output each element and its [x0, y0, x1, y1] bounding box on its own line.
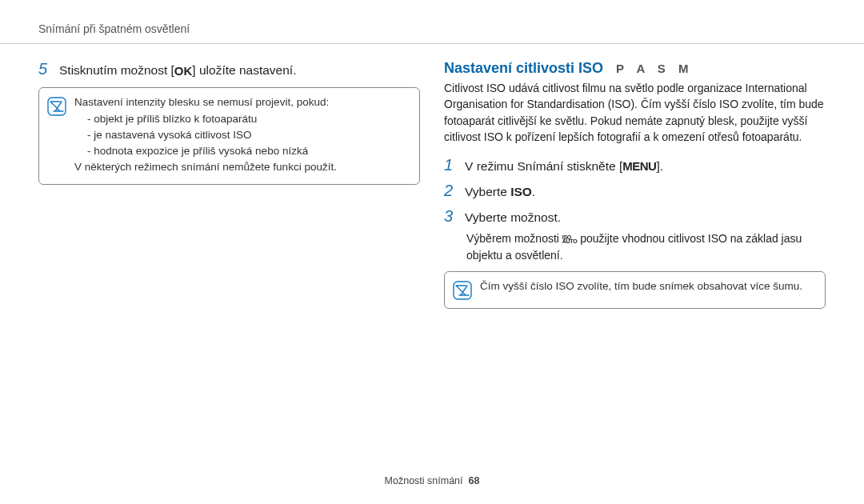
svg-rect-1: [454, 282, 471, 299]
right-column: Nastavení citlivosti ISO P A S M Citlivo…: [444, 60, 826, 309]
content-columns: 5 Stisknutím možnost [OK] uložíte nastav…: [0, 44, 864, 309]
iso-auto-icon: ISOAUTO: [562, 235, 578, 243]
note-icon: [453, 281, 472, 300]
step-5-text-before: Stisknutím možnost [: [59, 63, 174, 77]
step-number: 5: [38, 60, 51, 78]
note-content: Nastavení intenzity blesku se nemusí pro…: [74, 94, 337, 175]
step-3: 3 Vyberte možnost.: [444, 207, 826, 226]
step-2-before: Vyberte: [465, 185, 510, 198]
step-3-text: Vyberte možnost.: [465, 207, 561, 226]
step-1-text: V režimu Snímání stiskněte [MENU].: [465, 156, 663, 175]
intro-paragraph: Citlivost ISO udává citlivost filmu na s…: [444, 80, 826, 145]
ok-icon: OK: [174, 62, 193, 79]
step-2: 2 Vyberte ISO.: [444, 182, 826, 201]
note-box-iso: Čím vyšší číslo ISO zvolíte, tím bude sn…: [444, 271, 826, 309]
iso-auto-bot: AUTO: [562, 238, 578, 244]
section-title: Nastavení citlivosti ISO: [444, 60, 603, 77]
step-2-bold: ISO: [510, 185, 532, 198]
svg-rect-0: [48, 98, 66, 115]
step-2-text: Vyberte ISO.: [465, 182, 535, 201]
page-header-title: Snímání při špatném osvětlení: [38, 22, 190, 35]
note-box-flash: Nastavení intenzity blesku se nemusí pro…: [38, 87, 420, 184]
footer-page-number: 68: [469, 475, 480, 486]
note-icon: [47, 97, 66, 116]
step-2-after: .: [532, 185, 535, 198]
left-column: 5 Stisknutím možnost [OK] uložíte nastav…: [38, 60, 420, 309]
substep-before: Výběrem možnosti: [466, 232, 562, 245]
step-5: 5 Stisknutím možnost [OK] uložíte nastav…: [38, 60, 420, 79]
menu-icon: MENU: [622, 158, 656, 174]
footer-section: Možnosti snímání: [385, 475, 463, 486]
note-line1: Nastavení intenzity blesku se nemusí pro…: [74, 94, 337, 110]
note-line2: V některých režimech snímání nemůžete fu…: [74, 159, 337, 175]
step-number: 2: [444, 182, 457, 200]
step-5-text: Stisknutím možnost [OK] uložíte nastaven…: [59, 60, 296, 79]
note-bullet-3: hodnota expozice je příliš vysoká nebo n…: [87, 143, 337, 159]
step-number: 1: [444, 156, 457, 174]
step-number: 3: [444, 207, 457, 226]
step-1-before: V režimu Snímání stiskněte [: [465, 159, 622, 173]
page-footer: Možnosti snímání 68: [0, 475, 864, 486]
mode-letters: P A S M: [616, 62, 693, 75]
step-5-text-after: ] uložíte nastavení.: [192, 63, 296, 77]
note-bullet-2: je nastavená vysoká citlivost ISO: [87, 127, 337, 143]
step-1-after: ].: [656, 159, 663, 173]
step-1: 1 V režimu Snímání stiskněte [MENU].: [444, 156, 826, 175]
note-bullets: objekt je příliš blízko k fotoaparátu je…: [74, 111, 337, 160]
step-3-substep: Výběrem možnosti ISOAUTO použijte vhodno…: [444, 230, 826, 263]
note-content-iso: Čím vyšší číslo ISO zvolíte, tím bude sn…: [480, 278, 802, 294]
page-header: Snímání při špatném osvětlení: [0, 0, 864, 44]
note-bullet-1: objekt je příliš blízko k fotoaparátu: [87, 111, 337, 127]
section-title-row: Nastavení citlivosti ISO P A S M: [444, 60, 826, 77]
